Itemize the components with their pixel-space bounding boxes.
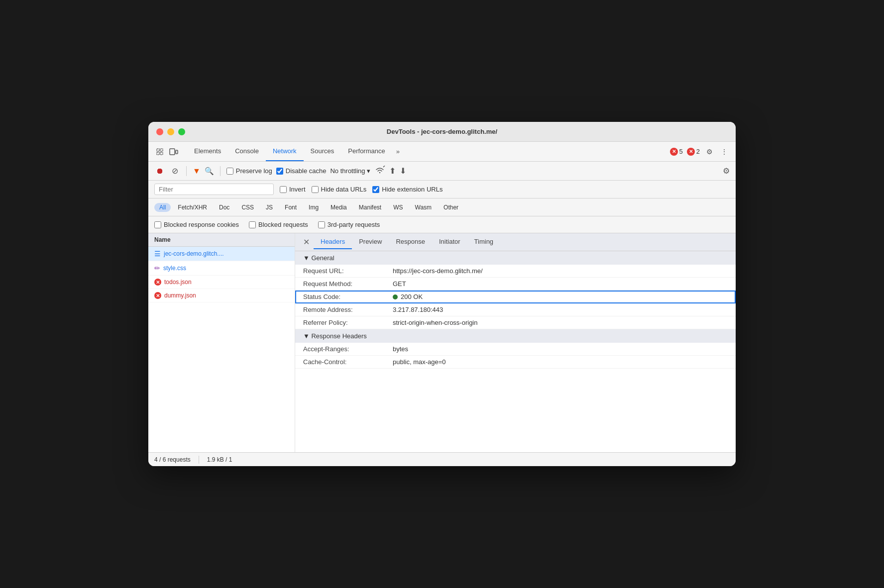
statusbar: 4 / 6 requests 1.9 kB / 1 xyxy=(148,452,736,466)
maximize-button[interactable] xyxy=(178,128,185,135)
third-party-requests-label[interactable]: 3rd-party requests xyxy=(318,221,380,228)
tab-network[interactable]: Network xyxy=(266,142,304,161)
invert-checkbox[interactable] xyxy=(280,186,287,193)
type-filter-css[interactable]: CSS xyxy=(236,203,259,212)
preserve-log-text: Preserve log xyxy=(236,167,272,175)
tab-console[interactable]: Console xyxy=(228,142,266,161)
error-icon-2: ✕ xyxy=(687,148,695,156)
clear-button[interactable]: ⊘ xyxy=(169,166,180,177)
preserve-log-checkbox[interactable] xyxy=(226,168,233,175)
request-method-row: Request Method: GET xyxy=(295,278,736,291)
window-title: DevTools - jec-cors-demo.glitch.me/ xyxy=(387,128,497,135)
type-filter-all[interactable]: All xyxy=(154,203,171,212)
request-method-value: GET xyxy=(393,280,728,288)
third-party-requests-checkbox[interactable] xyxy=(318,221,325,228)
error-icon-dummy: ✕ xyxy=(154,292,161,299)
filter-input[interactable] xyxy=(154,184,274,195)
tab-sources[interactable]: Sources xyxy=(304,142,341,161)
type-filter-doc[interactable]: Doc xyxy=(214,203,234,212)
file-item-todos-json[interactable]: ✕ todos.json xyxy=(148,276,295,289)
cursor-icon[interactable] xyxy=(154,146,165,157)
accept-ranges-value: bytes xyxy=(393,345,728,353)
blocked-response-cookies-checkbox[interactable] xyxy=(154,221,161,228)
disable-cache-label[interactable]: Disable cache xyxy=(276,167,327,175)
blocked-response-cookies-label[interactable]: Blocked response cookies xyxy=(154,221,239,228)
hide-extension-urls-text: Hide extension URLs xyxy=(382,186,442,193)
tab-headers[interactable]: Headers xyxy=(314,235,352,249)
file-item-dummy-json[interactable]: ✕ dummy.json xyxy=(148,289,295,302)
tab-timing[interactable]: Timing xyxy=(467,235,501,249)
status-dot xyxy=(393,294,398,299)
invert-label[interactable]: Invert xyxy=(280,186,306,193)
remote-address-value: 3.217.87.180:443 xyxy=(393,306,728,313)
svg-rect-4 xyxy=(170,149,175,155)
main-tabbar: Elements Console Network Sources Perform… xyxy=(148,142,736,162)
upload-icon[interactable]: ⬆ xyxy=(389,166,396,176)
remote-address-row: Remote Address: 3.217.87.180:443 xyxy=(295,303,736,316)
svg-rect-5 xyxy=(176,150,178,154)
request-url-row: Request URL: https://jec-cors-demo.glitc… xyxy=(295,265,736,278)
titlebar: DevTools - jec-cors-demo.glitch.me/ xyxy=(148,122,736,142)
type-filter-js[interactable]: JS xyxy=(261,203,278,212)
css-icon: ✏ xyxy=(154,264,160,272)
tab-initiator[interactable]: Initiator xyxy=(432,235,467,249)
svg-line-6 xyxy=(383,166,385,167)
status-code-value: 200 OK xyxy=(393,293,728,300)
response-headers-section-header[interactable]: ▼ Response Headers xyxy=(295,329,736,343)
devtools-window: DevTools - jec-cors-demo.glitch.me/ Elem… xyxy=(148,122,736,466)
filter-icon[interactable]: ▼ xyxy=(193,167,201,176)
detail-close-button[interactable]: ✕ xyxy=(299,235,314,249)
record-button[interactable]: ⏺ xyxy=(154,166,165,177)
tab-elements[interactable]: Elements xyxy=(187,142,228,161)
hide-data-urls-label[interactable]: Hide data URLs xyxy=(312,186,367,193)
type-filter-fetch-xhr[interactable]: Fetch/XHR xyxy=(173,203,212,212)
window-controls xyxy=(156,128,185,135)
file-name-dummy-json: dummy.json xyxy=(164,292,196,299)
type-filter-font[interactable]: Font xyxy=(280,203,302,212)
error-badge-1[interactable]: ✕ 5 xyxy=(670,148,683,156)
type-filter-ws[interactable]: WS xyxy=(388,203,408,212)
type-filter-other[interactable]: Other xyxy=(439,203,463,212)
accept-ranges-key: Accept-Ranges: xyxy=(303,345,393,353)
wifi-icon[interactable] xyxy=(374,166,385,177)
tab-preview[interactable]: Preview xyxy=(352,235,389,249)
tab-response[interactable]: Response xyxy=(389,235,432,249)
status-code-key: Status Code: xyxy=(303,293,393,300)
requests-count: 4 / 6 requests xyxy=(154,456,191,463)
toolbar-divider-2 xyxy=(220,166,221,176)
type-filter-media[interactable]: Media xyxy=(326,203,352,212)
throttle-dropdown-icon: ▾ xyxy=(367,167,370,175)
tab-performance[interactable]: Performance xyxy=(341,142,392,161)
file-name-todos-json: todos.json xyxy=(164,279,192,286)
search-icon[interactable]: 🔍 xyxy=(205,167,214,176)
svg-rect-1 xyxy=(160,149,163,151)
type-filter-img[interactable]: Img xyxy=(304,203,324,212)
devtools-icons xyxy=(154,146,179,157)
download-icon[interactable]: ⬇ xyxy=(400,166,406,176)
error-badge-2[interactable]: ✕ 2 xyxy=(687,148,700,156)
hide-data-urls-checkbox[interactable] xyxy=(312,186,319,193)
file-item-main-doc[interactable]: ☰ jec-cors-demo.glitch.... xyxy=(148,247,295,261)
close-button[interactable] xyxy=(156,128,163,135)
device-icon[interactable] xyxy=(168,146,179,157)
type-filter-manifest[interactable]: Manifest xyxy=(354,203,386,212)
type-filter-bar: All Fetch/XHR Doc CSS JS Font Img Media … xyxy=(148,198,736,216)
hide-extension-urls-label[interactable]: Hide extension URLs xyxy=(372,186,442,193)
settings-icon[interactable]: ⚙ xyxy=(704,146,715,157)
status-divider xyxy=(199,456,199,464)
more-tabs-button[interactable]: » xyxy=(392,144,404,159)
general-section-header[interactable]: ▼ General xyxy=(295,251,736,265)
blocked-requests-checkbox[interactable] xyxy=(249,221,256,228)
hide-extension-urls-checkbox[interactable] xyxy=(372,186,379,193)
minimize-button[interactable] xyxy=(167,128,174,135)
preserve-log-label[interactable]: Preserve log xyxy=(226,167,272,175)
network-settings-icon[interactable]: ⚙ xyxy=(723,166,730,176)
disable-cache-checkbox[interactable] xyxy=(276,168,283,175)
throttle-selector[interactable]: No throttling ▾ xyxy=(330,167,370,175)
file-name-main-doc: jec-cors-demo.glitch.... xyxy=(164,250,224,257)
more-options-icon[interactable]: ⋮ xyxy=(719,146,730,157)
type-filter-wasm[interactable]: Wasm xyxy=(410,203,437,212)
blocked-requests-label[interactable]: Blocked requests xyxy=(249,221,308,228)
file-item-style-css[interactable]: ✏ style.css xyxy=(148,261,295,276)
cache-control-key: Cache-Control: xyxy=(303,358,393,366)
